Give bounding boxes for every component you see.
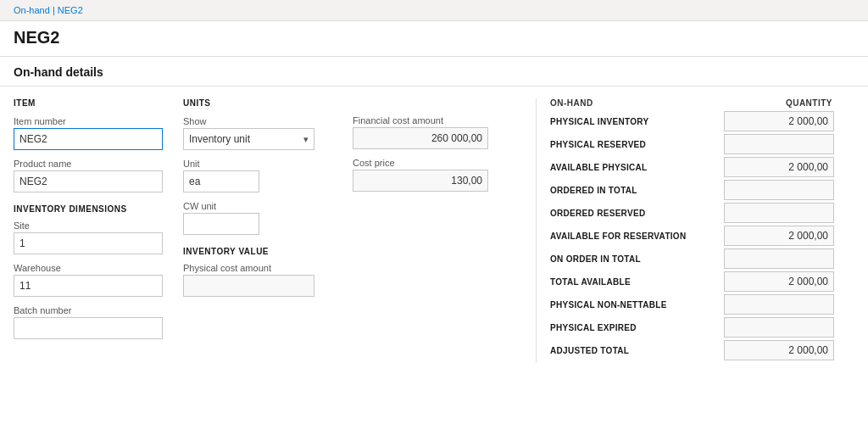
onhand-row-value-wrapper <box>724 111 834 131</box>
onhand-row-input[interactable] <box>724 157 834 177</box>
onhand-row: TOTAL AVAILABLE <box>550 271 834 292</box>
onhand-row-value-wrapper <box>724 180 834 200</box>
cw-unit-group: CW unit <box>183 201 332 235</box>
product-name-label: Product name <box>14 159 163 169</box>
physical-cost-input[interactable] <box>183 275 314 297</box>
section-title: On-hand details <box>0 57 868 86</box>
show-label: Show <box>183 116 332 126</box>
onhand-row-input[interactable] <box>724 271 834 292</box>
inv-dimensions-header: INVENTORY DIMENSIONS <box>14 204 163 214</box>
onhand-row-label: TOTAL AVAILABLE <box>550 277 724 287</box>
onhand-row-label: PHYSICAL NON-NETTABLE <box>550 300 724 310</box>
site-label: Site <box>14 220 163 231</box>
breadcrumb-current: NEG2 <box>58 5 83 15</box>
onhand-row-value-wrapper <box>724 203 834 223</box>
batch-number-group: Batch number <box>14 305 163 339</box>
units-col-header: UNITS <box>183 98 332 108</box>
onhand-column: ON-HAND QUANTITY PHYSICAL INVENTORYPHYSI… <box>550 98 854 363</box>
onhand-row-label: PHYSICAL RESERVED <box>550 140 724 149</box>
onhand-row: ADJUSTED TOTAL <box>550 340 834 360</box>
onhand-row: PHYSICAL EXPIRED <box>550 317 834 338</box>
onhand-row: ON ORDER IN TOTAL <box>550 248 834 269</box>
page-title: NEG2 <box>0 21 868 57</box>
onhand-row-input[interactable] <box>724 317 834 338</box>
onhand-row-input[interactable] <box>724 111 834 131</box>
cost-price-label: Cost price <box>353 158 502 168</box>
onhand-rows-container: PHYSICAL INVENTORYPHYSICAL RESERVEDAVAIL… <box>550 111 834 360</box>
onhand-row: ORDERED RESERVED <box>550 203 834 223</box>
item-column: ITEM Item number Product name INVENTORY … <box>14 98 183 363</box>
onhand-row: ORDERED IN TOTAL <box>550 180 834 200</box>
onhand-row-input[interactable] <box>724 226 834 246</box>
physical-cost-label: Physical cost amount <box>183 263 332 273</box>
onhand-row-value-wrapper <box>724 294 834 315</box>
onhand-row-input[interactable] <box>724 203 834 223</box>
onhand-row-input[interactable] <box>724 180 834 200</box>
main-content: ITEM Item number Product name INVENTORY … <box>0 86 868 375</box>
onhand-row-label: ORDERED IN TOTAL <box>550 186 724 195</box>
site-input[interactable] <box>14 232 163 254</box>
units-column: UNITS Show Inventory unit Purchase unit … <box>183 98 353 363</box>
show-group: Show Inventory unit Purchase unit Sales … <box>183 116 332 150</box>
onhand-row-value-wrapper <box>724 226 834 246</box>
warehouse-label: Warehouse <box>14 263 163 273</box>
onhand-row-value-wrapper <box>724 157 834 177</box>
onhand-row-label: ON ORDER IN TOTAL <box>550 254 724 264</box>
onhand-row-label: AVAILABLE FOR RESERVATION <box>550 232 724 241</box>
financial-cost-label: Financial cost amount <box>353 115 502 126</box>
onhand-row-label: PHYSICAL EXPIRED <box>550 323 724 332</box>
financial-cost-input[interactable] <box>353 127 488 149</box>
item-number-group: Item number <box>14 116 163 150</box>
vertical-divider <box>536 98 537 363</box>
batch-number-input[interactable] <box>14 317 163 339</box>
breadcrumb-parent[interactable]: On-hand <box>14 5 50 15</box>
product-name-input[interactable] <box>14 170 163 192</box>
onhand-row: AVAILABLE PHYSICAL <box>550 157 834 177</box>
product-name-group: Product name <box>14 159 163 192</box>
onhand-row-input[interactable] <box>724 294 834 315</box>
onhand-row: PHYSICAL NON-NETTABLE <box>550 294 834 315</box>
show-select[interactable]: Inventory unit Purchase unit Sales unit <box>183 128 314 150</box>
cw-unit-label: CW unit <box>183 201 332 211</box>
financial-cost-group: Financial cost amount <box>353 115 502 149</box>
onhand-row-input[interactable] <box>724 340 834 360</box>
onhand-row: PHYSICAL RESERVED <box>550 134 834 154</box>
show-select-wrapper[interactable]: Inventory unit Purchase unit Sales unit <box>183 128 314 150</box>
onhand-row-label: ORDERED RESERVED <box>550 209 724 218</box>
onhand-header-row: ON-HAND QUANTITY <box>550 98 834 108</box>
quantity-header: QUANTITY <box>724 98 834 108</box>
batch-number-label: Batch number <box>14 305 163 315</box>
onhand-row-value-wrapper <box>724 340 834 360</box>
breadcrumb: On-hand | NEG2 <box>0 0 868 21</box>
financial-column: Financial cost amount Cost price <box>353 98 522 363</box>
item-col-header: ITEM <box>14 98 163 108</box>
onhand-row-value-wrapper <box>724 134 834 154</box>
onhand-row: PHYSICAL INVENTORY <box>550 111 834 131</box>
onhand-row-label: AVAILABLE PHYSICAL <box>550 163 724 172</box>
onhand-row: AVAILABLE FOR RESERVATION <box>550 226 834 246</box>
onhand-row-value-wrapper <box>724 317 834 338</box>
warehouse-input[interactable] <box>14 275 163 297</box>
item-number-label: Item number <box>14 116 163 126</box>
warehouse-group: Warehouse <box>14 263 163 297</box>
onhand-row-value-wrapper <box>724 271 834 292</box>
onhand-row-label: ADJUSTED TOTAL <box>550 346 724 355</box>
physical-cost-group: Physical cost amount <box>183 263 332 297</box>
item-number-input[interactable] <box>14 128 163 150</box>
onhand-row-input[interactable] <box>724 134 834 154</box>
cost-price-input[interactable] <box>353 170 488 192</box>
onhand-row-label: PHYSICAL INVENTORY <box>550 117 724 126</box>
unit-group: Unit <box>183 159 332 192</box>
cw-unit-input[interactable] <box>183 213 259 235</box>
cost-price-group: Cost price <box>353 158 502 192</box>
onhand-row-input[interactable] <box>724 248 834 269</box>
site-group: Site <box>14 220 163 254</box>
onhand-col-header: ON-HAND <box>550 98 724 108</box>
onhand-row-value-wrapper <box>724 248 834 269</box>
unit-label: Unit <box>183 159 332 169</box>
inv-value-header: INVENTORY VALUE <box>183 247 332 256</box>
unit-input[interactable] <box>183 170 259 192</box>
